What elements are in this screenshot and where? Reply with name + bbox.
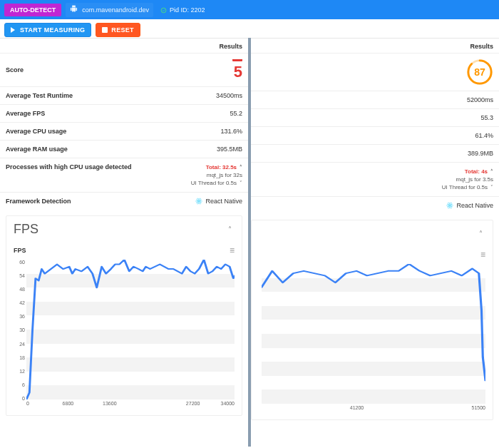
chevron-up-icon: ˄ [237,165,242,170]
right-panel: Results Score 87 Average Test Runtime520… [251,38,499,447]
android-icon [70,5,78,14]
row-score: Score 5 [0,53,248,86]
score-value: 5 [232,58,242,81]
start-measuring-label: START MEASURING [20,26,85,34]
fps-card: FPS ˄ FPS ≡ 4120051500 [251,220,493,420]
hamburger-menu-icon[interactable]: ≡ [230,245,235,255]
reset-button[interactable]: RESET [96,23,140,37]
topbar: AUTO-DETECT com.mavenandroid.dev Pid ID:… [0,0,499,19]
row-avg-fps: Average FPS 55.2 [0,104,248,122]
chevron-down-icon: ˅ [237,180,242,185]
row-framework: Framework Detection React Native [0,192,248,210]
score-gauge-low-icon [232,58,242,61]
results-heading: Results [0,39,248,53]
fps-card: FPS ˄ FPS ≡ 60544842363024181260 0680013… [6,215,242,416]
stop-icon [102,27,108,33]
score-label: Score [6,66,24,73]
high-cpu-detail[interactable]: Total: 32.5s ˄ mqt_js for 32s UI Thread … [191,163,242,187]
pid-status: Pid ID: 2202 [158,4,205,16]
avg-fps-value: 55.2 [230,110,242,117]
left-panel: Results Score 5 Average Test Runtime 345… [0,38,248,447]
fps-chart-right[interactable]: 4120051500 [262,264,485,414]
hamburger-menu-icon[interactable]: ≡ [480,250,485,260]
fps-card-title: FPS [14,222,38,237]
row-avg-runtime: Average Test Runtime 34500ms [0,86,248,104]
framework-value: React Native [195,198,242,205]
reset-label: RESET [111,26,134,34]
autodetect-button[interactable]: AUTO-DETECT [4,4,61,16]
pid-label: Pid ID: 2202 [170,6,205,14]
play-icon [11,27,16,33]
row-avg-ram: Average RAM usage 395.5MB [0,140,248,158]
package-selector[interactable]: com.mavenandroid.dev [66,3,153,17]
compare-split: Results Score 5 Average Test Runtime 345… [0,38,499,447]
avg-runtime-value: 34500ms [216,92,242,99]
toolbar: START MEASURING RESET [0,19,499,38]
collapse-toggle[interactable]: ˄ [225,225,235,233]
results-heading: Results [251,39,499,53]
avg-ram-value: 395.5MB [217,146,242,153]
high-cpu-detail[interactable]: Total: 4s ˄ mqt_js for 3.5s UI Thread fo… [442,168,493,191]
start-measuring-button[interactable]: START MEASURING [4,23,91,37]
svg-point-7 [450,205,451,206]
row-avg-cpu: Average CPU usage 131.6% [0,122,248,140]
react-icon [195,198,202,205]
svg-point-1 [199,200,200,202]
collapse-toggle[interactable]: ˄ [475,230,485,238]
score-gauge: 87 [466,58,493,86]
avg-cpu-value: 131.6% [220,128,242,135]
fps-chart-left[interactable]: 60544842363024181260 0680013600272003400… [26,260,235,409]
row-score: Score 87 [251,53,499,91]
package-name: com.mavenandroid.dev [82,6,149,14]
score-value: 87 [466,58,493,86]
row-high-cpu: Processes with high CPU usage detected T… [0,158,248,192]
check-circle-icon [160,4,167,16]
react-icon [446,202,453,209]
fps-axis-label: FPS [14,247,26,254]
